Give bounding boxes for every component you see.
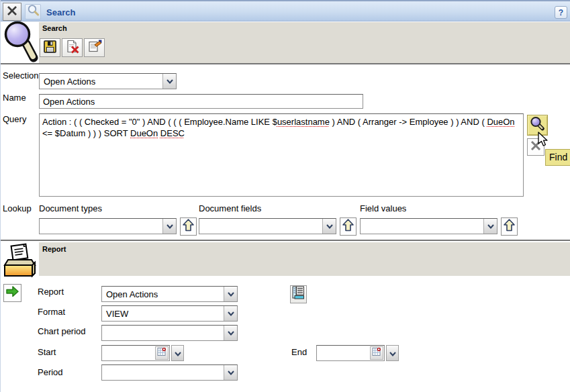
chart-period-value [102, 326, 224, 340]
format-label: Format [38, 307, 65, 317]
calendar-button[interactable] [155, 346, 169, 360]
calendar-button[interactable] [370, 346, 383, 360]
document-fields-label: Document fields [199, 203, 261, 213]
selection-label: Selection [3, 70, 38, 81]
document-types-label: Document types [39, 203, 102, 213]
format-value: VIEW [102, 306, 224, 321]
period-label: Period [38, 367, 63, 377]
run-report-button[interactable] [3, 284, 21, 302]
open-view-button[interactable] [290, 285, 307, 303]
help-icon: ? [559, 8, 563, 17]
document-types-dropdown[interactable] [39, 218, 177, 234]
document-fields-dropdown[interactable] [199, 218, 336, 234]
end-date-field[interactable] [316, 345, 385, 361]
find-tooltip: Find [545, 149, 570, 166]
help-button[interactable]: ? [555, 6, 567, 19]
chevron-down-icon [389, 347, 396, 359]
chart-period-dropdown[interactable] [101, 325, 238, 341]
query-misspelled-word: DueOn [487, 117, 514, 127]
chevron-down-icon [175, 347, 181, 359]
lookup-label: Lookup [3, 203, 32, 213]
document-types-paste-button[interactable] [180, 217, 197, 236]
period-dropdown[interactable] [101, 364, 238, 381]
calendar-icon [372, 347, 381, 359]
selection-value: Open Actions [40, 74, 162, 89]
mouse-cursor [538, 132, 549, 150]
name-label: Name [3, 93, 26, 103]
up-arrow-icon [342, 219, 354, 234]
report-dropdown[interactable]: Open Actions [101, 286, 238, 302]
chevron-down-icon [224, 365, 237, 380]
document-types-value [40, 219, 162, 234]
search-icon [27, 4, 40, 19]
query-misspelled-word: userlastname [277, 117, 330, 127]
start-date-field[interactable] [101, 345, 170, 361]
end-date-input[interactable] [317, 346, 369, 360]
query-textarea[interactable]: Action : ( ( Checked = "0" ) AND ( ( ( E… [39, 113, 524, 197]
start-label: Start [38, 347, 56, 357]
divider [1, 240, 570, 241]
close-icon [6, 5, 18, 19]
report-section-title: Report [42, 245, 66, 253]
query-misspelled-word: DueOn [130, 128, 158, 138]
chevron-down-icon [162, 219, 176, 234]
chevron-down-icon [224, 326, 237, 340]
document-fields-value [199, 219, 322, 234]
view-icon [292, 286, 305, 303]
chevron-down-icon [162, 74, 176, 89]
chevron-down-icon [322, 219, 336, 234]
report-value: Open Actions [102, 287, 224, 301]
green-arrow-icon [5, 285, 19, 301]
start-date-dropdown-button[interactable] [171, 345, 184, 361]
titlebar: Search ? [1, 0, 570, 21]
query-text: Action : ( ( Checked = "0" ) AND ( ( ( E… [42, 117, 277, 127]
end-date-group [316, 345, 399, 361]
magnifier-icon [3, 20, 38, 66]
format-dropdown[interactable]: VIEW [101, 305, 238, 322]
query-text: ) AND ( Arranger -> Employee ) ) AND ( [330, 117, 487, 127]
name-input[interactable] [39, 94, 363, 109]
delete-document-icon [65, 40, 80, 56]
chevron-down-icon [224, 306, 237, 321]
end-date-dropdown-button[interactable] [386, 345, 399, 361]
search-properties-button[interactable] [84, 38, 105, 57]
search-section-title: Search [42, 24, 67, 32]
close-button[interactable] [3, 3, 21, 21]
query-label: Query [3, 114, 26, 124]
calendar-icon [157, 347, 167, 359]
field-values-paste-button[interactable] [501, 217, 518, 236]
field-values-value [361, 219, 483, 234]
field-values-dropdown[interactable] [360, 218, 497, 234]
start-date-input[interactable] [102, 346, 154, 360]
search-window: Search ? Search [0, 0, 570, 392]
report-label: Report [38, 287, 64, 297]
save-icon [43, 40, 57, 56]
chart-period-label: Chart period [38, 326, 86, 336]
chevron-down-icon [224, 287, 237, 301]
report-section-banner [39, 242, 570, 276]
up-arrow-icon [183, 219, 194, 234]
document-fields-paste-button[interactable] [340, 217, 357, 236]
chevron-down-icon [483, 219, 497, 234]
selection-dropdown[interactable]: Open Actions [39, 73, 177, 89]
window-title: Search [46, 7, 75, 17]
query-misspelled-word: DESC [160, 128, 185, 138]
up-arrow-icon [504, 219, 515, 234]
delete-search-button[interactable] [62, 38, 83, 57]
divider [1, 63, 570, 64]
search-section-banner [39, 22, 570, 63]
document-properties-icon [87, 40, 102, 56]
period-value [102, 365, 224, 380]
printer-icon [2, 243, 38, 282]
save-search-button[interactable] [40, 38, 60, 57]
field-values-label: Field values [360, 203, 406, 213]
titlebar-search-button[interactable] [25, 4, 41, 19]
end-label: End [291, 347, 307, 357]
start-date-group [101, 345, 184, 361]
